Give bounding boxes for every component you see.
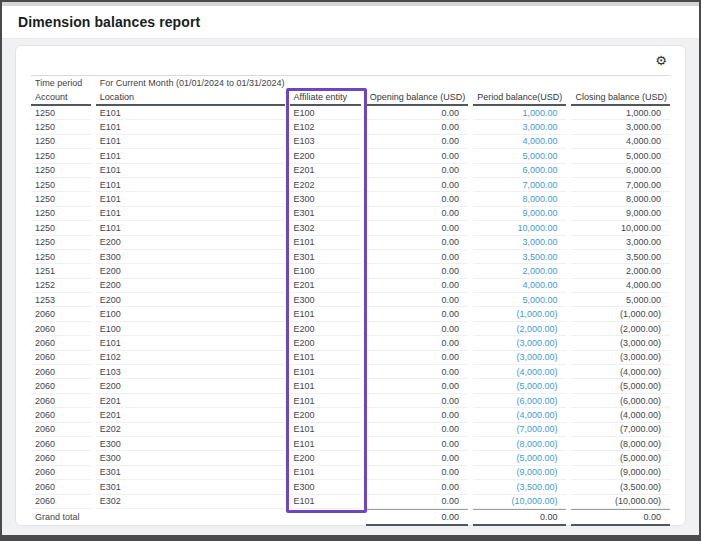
cell-location: E301 — [96, 480, 285, 494]
cell-affiliate: E101 — [290, 365, 361, 379]
cell-opening: 0.00 — [366, 106, 468, 120]
gear-icon[interactable]: ⚙ — [652, 52, 670, 69]
cell-account: 2060 — [31, 322, 91, 336]
column-header-account: Account — [31, 90, 91, 106]
cell-closing: 5,000.00 — [571, 149, 670, 163]
cell-location: E300 — [96, 437, 285, 451]
cell-period[interactable]: (3,000.00) — [473, 351, 566, 365]
table-row: 1250E101E2010.006,000.006,000.00 — [31, 164, 670, 178]
cell-period[interactable]: 5,000.00 — [473, 293, 566, 307]
cell-location: E101 — [96, 120, 285, 134]
cell-location: E102 — [96, 351, 285, 365]
cell-account: 2060 — [31, 336, 91, 350]
cell-account: 2060 — [31, 307, 91, 321]
cell-period[interactable]: 3,000.00 — [473, 236, 566, 250]
cell-period[interactable]: 7,000.00 — [473, 178, 566, 192]
cell-closing: (3,000.00) — [571, 336, 670, 350]
cell-opening: 0.00 — [366, 135, 468, 149]
cell-opening: 0.00 — [366, 221, 468, 235]
cell-period[interactable]: (3,000.00) — [473, 336, 566, 350]
cell-opening: 0.00 — [366, 192, 468, 206]
cell-affiliate: E202 — [290, 178, 361, 192]
cell-period[interactable]: (2,000.00) — [473, 322, 566, 336]
cell-period[interactable]: 4,000.00 — [473, 279, 566, 293]
cell-period[interactable]: 8,000.00 — [473, 192, 566, 206]
cell-opening: 0.00 — [366, 279, 468, 293]
table-row: 1250E300E3010.003,500.003,500.00 — [31, 250, 670, 264]
cell-period[interactable]: (3,500.00) — [473, 480, 566, 494]
cell-account: 1251 — [31, 264, 91, 278]
cell-account: 1250 — [31, 106, 91, 120]
cell-affiliate: E200 — [290, 408, 361, 422]
cell-account: 1252 — [31, 279, 91, 293]
table-row: 1250E101E2000.005,000.005,000.00 — [31, 149, 670, 163]
table-row: 1252E200E2010.004,000.004,000.00 — [31, 279, 670, 293]
cell-period[interactable]: 3,000.00 — [473, 120, 566, 134]
cell-affiliate: E200 — [290, 336, 361, 350]
cell-period[interactable]: 6,000.00 — [473, 164, 566, 178]
cell-period[interactable]: 9,000.00 — [473, 207, 566, 221]
cell-account: 2060 — [31, 495, 91, 509]
cell-period[interactable]: (5,000.00) — [473, 379, 566, 393]
cell-period[interactable]: (4,000.00) — [473, 365, 566, 379]
cell-closing: (5,000.00) — [571, 379, 670, 393]
cell-opening: 0.00 — [366, 408, 468, 422]
cell-opening: 0.00 — [366, 394, 468, 408]
cell-period[interactable]: (8,000.00) — [473, 437, 566, 451]
cell-period[interactable]: 1,000.00 — [473, 106, 566, 120]
cell-period[interactable]: 5,000.00 — [473, 149, 566, 163]
cell-period[interactable]: (5,000.00) — [473, 451, 566, 465]
cell-closing: 2,000.00 — [571, 264, 670, 278]
table-row: 2060E202E1010.00(7,000.00)(7,000.00) — [31, 423, 670, 437]
cell-period[interactable]: 4,000.00 — [473, 135, 566, 149]
cell-account: 1250 — [31, 236, 91, 250]
cell-affiliate: E300 — [290, 480, 361, 494]
cell-closing: 1,000.00 — [571, 106, 670, 120]
cell-period[interactable]: (9,000.00) — [473, 466, 566, 480]
grand-total-row: Grand total 0.00 0.00 0.00 — [31, 509, 670, 526]
cell-account: 1250 — [31, 164, 91, 178]
cell-closing: 6,000.00 — [571, 164, 670, 178]
cell-affiliate: E200 — [290, 451, 361, 465]
cell-opening: 0.00 — [366, 250, 468, 264]
cell-affiliate: E101 — [290, 495, 361, 509]
table-row: 2060E301E3000.00(3,500.00)(3,500.00) — [31, 480, 670, 494]
cell-location: E201 — [96, 408, 285, 422]
report-toolbar: ⚙ — [31, 46, 670, 75]
table-row: 2060E201E1010.00(6,000.00)(6,000.00) — [31, 394, 670, 408]
table-row: 1250E101E1020.003,000.003,000.00 — [31, 120, 670, 134]
page-body: ⚙ Time period For Current Month (01/01/2… — [2, 39, 699, 526]
column-header-row: AccountLocationAffiliate entityOpening b… — [31, 90, 670, 106]
cell-closing: (5,000.00) — [571, 451, 670, 465]
page-title: Dimension balances report — [18, 14, 200, 30]
cell-opening: 0.00 — [366, 379, 468, 393]
table-row: 1253E200E3000.005,000.005,000.00 — [31, 293, 670, 307]
cell-opening: 0.00 — [366, 178, 468, 192]
cell-account: 1250 — [31, 250, 91, 264]
cell-affiliate: E100 — [290, 264, 361, 278]
table-row: 1250E101E1030.004,000.004,000.00 — [31, 135, 670, 149]
cell-location: E101 — [96, 221, 285, 235]
cell-period[interactable]: 2,000.00 — [473, 264, 566, 278]
cell-period[interactable]: (7,000.00) — [473, 423, 566, 437]
cell-opening: 0.00 — [366, 466, 468, 480]
cell-period[interactable]: (4,000.00) — [473, 408, 566, 422]
cell-period[interactable]: (10,000.00) — [473, 495, 566, 509]
table-row: 2060E300E2000.00(5,000.00)(5,000.00) — [31, 451, 670, 465]
cell-period[interactable]: (1,000.00) — [473, 307, 566, 321]
table-row: 1250E200E1010.003,000.003,000.00 — [31, 236, 670, 250]
cell-location: E300 — [96, 451, 285, 465]
cell-account: 2060 — [31, 365, 91, 379]
cell-period[interactable]: (6,000.00) — [473, 394, 566, 408]
table-row: 1250E101E3020.0010,000.0010,000.00 — [31, 221, 670, 235]
cell-closing: 5,000.00 — [571, 293, 670, 307]
cell-period[interactable]: 10,000.00 — [473, 221, 566, 235]
cell-account: 2060 — [31, 466, 91, 480]
cell-opening: 0.00 — [366, 236, 468, 250]
cell-location: E101 — [96, 149, 285, 163]
cell-affiliate: E300 — [290, 192, 361, 206]
cell-location: E101 — [96, 164, 285, 178]
cell-period[interactable]: 3,500.00 — [473, 250, 566, 264]
cell-location: E101 — [96, 207, 285, 221]
cell-location: E302 — [96, 495, 285, 509]
